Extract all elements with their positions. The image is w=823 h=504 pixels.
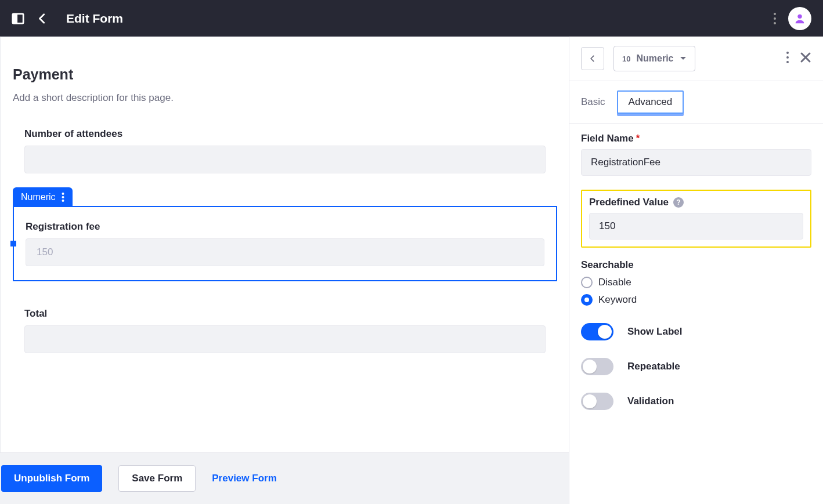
page-title: Edit Form	[66, 12, 123, 26]
validation-toggle[interactable]	[581, 393, 613, 410]
field-label: Total	[24, 308, 546, 320]
top-bar: Edit Form	[0, 0, 823, 37]
tab-basic[interactable]: Basic	[581, 96, 605, 108]
field-name-input[interactable]	[581, 149, 811, 176]
predefined-value-input[interactable]	[589, 213, 803, 240]
field-attendees[interactable]: Number of attendees	[13, 128, 557, 173]
back-button[interactable]	[36, 12, 49, 25]
toggle-label: Repeatable	[627, 361, 680, 372]
repeatable-toggle[interactable]	[581, 358, 613, 375]
user-avatar[interactable]	[788, 7, 811, 30]
tab-advanced[interactable]: Advanced	[617, 90, 684, 114]
field-input[interactable]	[24, 325, 546, 353]
svg-point-7	[62, 196, 64, 198]
field-type-prefix: 10	[622, 55, 630, 63]
field-total[interactable]: Total	[13, 308, 557, 353]
repeatable-toggle-row: Repeatable	[581, 358, 811, 375]
svg-point-8	[62, 200, 64, 202]
panel-toggle-icon[interactable]	[12, 12, 24, 25]
save-button[interactable]: Save Form	[118, 465, 196, 492]
toggle-label: Show Label	[627, 326, 682, 338]
panel-more-icon[interactable]	[786, 51, 789, 66]
toggle-label: Validation	[627, 396, 674, 407]
caret-down-icon	[680, 56, 687, 61]
close-icon[interactable]	[800, 52, 811, 66]
field-type-label: Numeric	[636, 53, 673, 64]
field-tag-more-icon	[62, 192, 64, 202]
field-input-placeholder: 150	[37, 246, 53, 258]
svg-point-10	[786, 56, 789, 59]
field-registration-fee-selected[interactable]: Numeric Registration fee 150	[13, 206, 557, 281]
svg-point-11	[786, 61, 789, 63]
unpublish-button[interactable]: Unpublish Form	[1, 465, 102, 492]
show-label-toggle-row: Show Label	[581, 323, 811, 340]
panel-back-button[interactable]	[581, 47, 604, 70]
field-label: Number of attendees	[24, 128, 546, 140]
predefined-value-highlight: Predefined Value ?	[581, 190, 811, 248]
searchable-disable-radio[interactable]: Disable	[581, 277, 811, 288]
searchable-label: Searchable	[581, 259, 811, 271]
svg-rect-1	[13, 13, 17, 23]
svg-point-9	[786, 52, 789, 54]
svg-point-3	[774, 17, 776, 20]
field-label: Registration fee	[26, 221, 544, 233]
form-page-heading[interactable]: Payment	[13, 66, 557, 83]
field-input[interactable]: 150	[26, 238, 544, 266]
radio-label: Disable	[598, 277, 631, 288]
field-input[interactable]	[24, 146, 546, 173]
drag-handle-icon[interactable]	[10, 241, 16, 246]
help-icon[interactable]: ?	[673, 197, 684, 208]
selected-field-type-tag[interactable]: Numeric	[13, 187, 73, 207]
svg-point-4	[774, 22, 776, 24]
svg-point-6	[62, 193, 64, 195]
show-label-toggle[interactable]	[581, 323, 613, 340]
svg-point-5	[797, 14, 802, 18]
preview-button[interactable]: Preview Form	[212, 473, 277, 484]
searchable-keyword-radio[interactable]: Keyword	[581, 294, 811, 306]
form-page-description[interactable]: Add a short description for this page.	[13, 92, 557, 104]
selected-field-type-label: Numeric	[21, 192, 56, 202]
svg-point-2	[774, 13, 776, 15]
validation-toggle-row: Validation	[581, 393, 811, 410]
predefined-value-label: Predefined Value ?	[589, 197, 803, 208]
header-more-icon[interactable]	[773, 12, 777, 25]
radio-label: Keyword	[598, 294, 637, 306]
form-actions-bar: Unpublish Form Save Form Preview Form	[0, 452, 569, 504]
field-settings-panel: 10 Numeric Basic Advanced Field Name*	[569, 37, 823, 504]
field-name-label: Field Name*	[581, 133, 811, 144]
field-type-selector[interactable]: 10 Numeric	[613, 46, 695, 71]
